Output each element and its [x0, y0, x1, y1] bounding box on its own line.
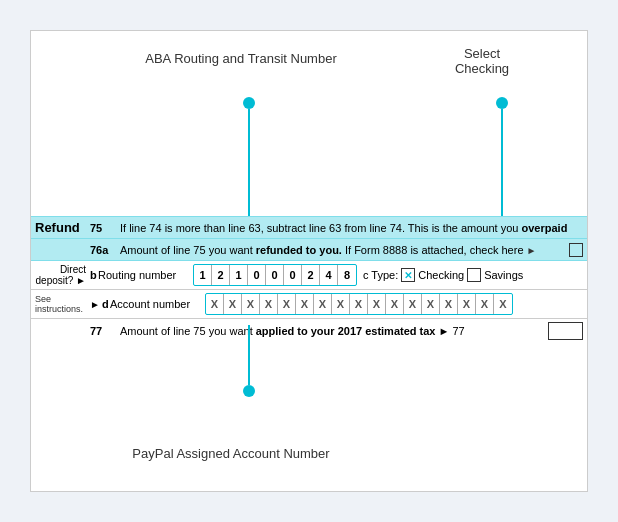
account-cell-2: X [242, 294, 260, 314]
checking-checkbox[interactable]: ✕ [401, 268, 415, 282]
routing-cell-5: 0 [284, 265, 302, 285]
routing-cell-8: 8 [338, 265, 356, 285]
checking-option-label: Checking [418, 269, 464, 281]
account-number-label: Account number [110, 298, 205, 310]
form-section: Refund 75 If line 74 is more than line 6… [31, 216, 587, 343]
row-77: 77 Amount of line 75 you want applied to… [31, 319, 587, 343]
account-cell-6: X [314, 294, 332, 314]
routing-cell-4: 0 [266, 265, 284, 285]
line-num-77: 77 [90, 325, 120, 337]
type-label: c Type: [363, 269, 398, 281]
row-75: Refund 75 If line 74 is more than line 6… [31, 216, 587, 239]
dot-aba-bottom [243, 385, 255, 397]
account-cell-4: X [278, 294, 296, 314]
line-num-75: 75 [90, 222, 120, 234]
direct-deposit-label: Direct deposit? ► [35, 264, 90, 286]
savings-option-label: Savings [484, 269, 523, 281]
arrow-76a: ► [527, 245, 537, 256]
row-b: Direct deposit? ► b Routing number 1 2 1… [31, 261, 587, 290]
routing-cell-6: 2 [302, 265, 320, 285]
row-d: Seeinstructions. ► d Account number X X … [31, 290, 587, 319]
sub-label-b: b [90, 269, 98, 281]
account-cell-14: X [458, 294, 476, 314]
routing-cell-1: 2 [212, 265, 230, 285]
routing-number-label: Routing number [98, 269, 193, 281]
checking-label-line2: Checking [455, 61, 509, 76]
routing-cell-0: 1 [194, 265, 212, 285]
account-cell-5: X [296, 294, 314, 314]
line-checking-top [501, 109, 503, 221]
routing-cell-3: 0 [248, 265, 266, 285]
sub-label-d: d [102, 298, 110, 310]
account-cell-10: X [386, 294, 404, 314]
routing-cell-7: 4 [320, 265, 338, 285]
dot-aba-top [243, 97, 255, 109]
checkbox-76a [569, 243, 583, 257]
account-cell-15: X [476, 294, 494, 314]
row77-text: Amount of line 75 you want applied to yo… [120, 325, 544, 337]
routing-cell-2: 1 [230, 265, 248, 285]
checkbox-box-76a[interactable] [569, 243, 583, 257]
aba-label: ABA Routing and Transit Number [141, 51, 341, 66]
row76a-text: Amount of line 75 you want refunded to y… [120, 244, 569, 256]
paypal-label: PayPal Assigned Account Number [121, 446, 341, 461]
account-cell-3: X [260, 294, 278, 314]
account-cell-9: X [368, 294, 386, 314]
see-instructions-label: Seeinstructions. [35, 294, 90, 314]
type-area: c Type: ✕ Checking Savings [363, 268, 523, 282]
account-cell-13: X [440, 294, 458, 314]
account-cell-7: X [332, 294, 350, 314]
top-annotations: ABA Routing and Transit Number Select Ch… [31, 31, 587, 216]
routing-cells: 1 2 1 0 0 0 2 4 8 [193, 264, 357, 286]
row75-text: If line 74 is more than line 63, subtrac… [120, 222, 583, 234]
refund-section-label: Refund [35, 220, 90, 235]
savings-checkbox[interactable] [467, 268, 481, 282]
account-cell-11: X [404, 294, 422, 314]
row-76a: 76a Amount of line 75 you want refunded … [31, 239, 587, 261]
arrow-d: ► [90, 299, 102, 310]
account-cell-12: X [422, 294, 440, 314]
account-cells: X X X X X X X X X X X X X X X X X [205, 293, 513, 315]
form-container: ABA Routing and Transit Number Select Ch… [30, 30, 588, 492]
account-cell-8: X [350, 294, 368, 314]
account-cell-16: X [494, 294, 512, 314]
checking-label-line1: Select [464, 46, 500, 61]
line-aba-bottom [248, 325, 250, 385]
bottom-annotations: PayPal Assigned Account Number [31, 346, 587, 491]
account-cell-1: X [224, 294, 242, 314]
checking-label: Select Checking [437, 46, 527, 76]
box-77 [548, 322, 583, 340]
line-aba-top [248, 109, 250, 221]
line-num-76a: 76a [90, 244, 120, 256]
account-cell-0: X [206, 294, 224, 314]
dot-checking-top [496, 97, 508, 109]
